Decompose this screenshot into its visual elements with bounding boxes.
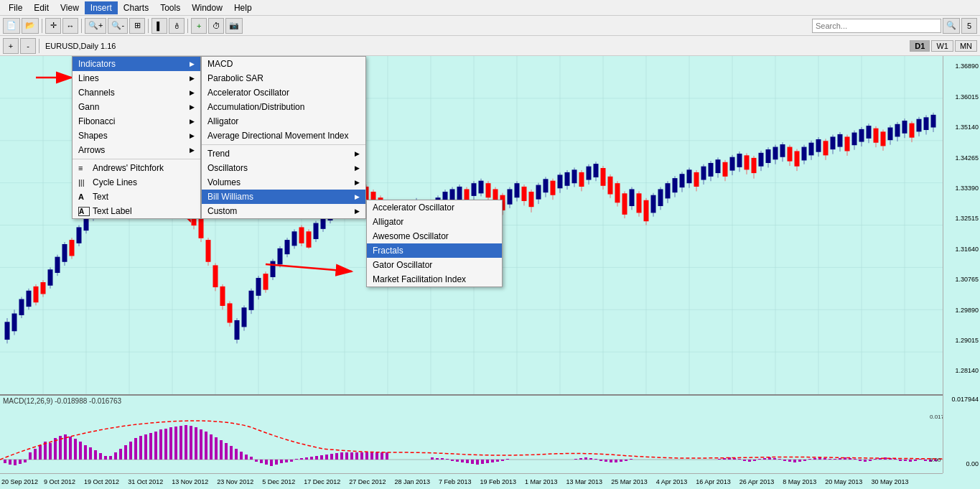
gann-menu-item[interactable]: Gann ▶	[73, 100, 200, 114]
screenshot-button[interactable]: 📷	[225, 18, 243, 34]
svg-rect-325	[174, 427, 177, 460]
time-label: 13 Nov 2012	[167, 478, 213, 485]
svg-rect-36	[27, 291, 31, 306]
tf-w1[interactable]: W1	[931, 40, 953, 52]
text-item[interactable]: A Text	[73, 190, 200, 204]
menu-file[interactable]: File	[3, 1, 28, 14]
trend-item[interactable]: Trend ▶	[202, 146, 365, 161]
alligator-item[interactable]: Alligator	[202, 114, 365, 129]
svg-rect-400	[738, 459, 741, 460]
andrews-pitchfork-item[interactable]: ≡ Andrews' Pitchfork	[73, 161, 200, 175]
indicators-label: Indicators	[78, 59, 116, 69]
separator-ind-1	[202, 144, 365, 145]
open-button[interactable]: 📂	[22, 18, 39, 34]
price-scale-full: 1.36890 1.36015 1.35140 1.34265 1.33390 …	[943, 56, 980, 394]
svg-rect-316	[129, 442, 132, 460]
macd-item[interactable]: MACD	[202, 57, 365, 71]
alligator-label: Alligator	[207, 116, 238, 126]
svg-rect-260	[831, 137, 835, 149]
fibonacci-menu-item[interactable]: Fibonacci ▶	[73, 114, 200, 129]
bw-awesome-item[interactable]: Awesome Oscillator	[367, 229, 502, 243]
menu-insert[interactable]: Insert	[85, 1, 118, 14]
svg-rect-250	[795, 152, 799, 166]
svg-rect-106	[278, 248, 282, 264]
menu-help[interactable]: Help	[228, 1, 258, 14]
move-button[interactable]: ↔	[62, 18, 78, 34]
svg-rect-420	[839, 458, 841, 460]
menu-edit[interactable]: Edit	[28, 1, 55, 14]
svg-rect-431	[894, 459, 897, 460]
svg-rect-372	[451, 460, 454, 461]
arrows-menu-item[interactable]: Arrows ▶	[73, 143, 200, 157]
accumulation-distribution-item[interactable]: Accumulation/Distribution	[202, 100, 365, 114]
svg-rect-280	[902, 121, 907, 133]
parabolic-sar-item[interactable]: Parabolic SAR	[202, 71, 365, 85]
channels-menu-item[interactable]: Channels ▶	[73, 85, 200, 100]
bw-gator-item[interactable]: Gator Oscillator	[367, 258, 502, 272]
svg-rect-315	[124, 445, 127, 460]
indicators-menu-item[interactable]: Indicators ▶	[73, 57, 200, 71]
tf-mn[interactable]: MN	[955, 40, 977, 52]
cycle-icon: |||	[78, 178, 90, 187]
text-label: Text	[93, 192, 108, 202]
menu-window[interactable]: Window	[186, 1, 228, 14]
candle-button[interactable]: 🕯	[169, 18, 185, 34]
svg-rect-417	[823, 458, 826, 460]
svg-rect-305	[74, 439, 77, 460]
shapes-menu-item[interactable]: Shapes ▶	[73, 129, 200, 143]
oscillators-item[interactable]: Oscillators ▶	[202, 161, 365, 175]
svg-rect-236	[745, 156, 749, 169]
timer-button[interactable]: ⏱	[208, 18, 224, 34]
channels-label: Channels	[78, 88, 115, 98]
bill-williams-item[interactable]: Bill Williams ▶	[202, 190, 365, 204]
menu-view[interactable]: View	[55, 1, 85, 14]
menu-charts[interactable]: Charts	[118, 1, 154, 14]
svg-rect-312	[109, 456, 112, 460]
separator-2	[81, 19, 82, 33]
search-input[interactable]	[812, 19, 941, 33]
bw-accelerator-label: Accelerator Oscillator	[373, 202, 454, 213]
crosshair-button[interactable]: ✛	[45, 18, 61, 34]
add-indicator-button[interactable]: +	[191, 18, 207, 34]
zoom-in-button[interactable]: 🔍+	[85, 18, 106, 34]
svg-rect-370	[441, 458, 444, 460]
lines-menu-item[interactable]: Lines ▶	[73, 71, 200, 85]
bar-chart-button[interactable]: ▌	[151, 18, 167, 34]
time-label: 28 Jan 2013	[390, 478, 434, 485]
custom-item[interactable]: Custom ▶	[202, 204, 365, 218]
fit-button[interactable]: ⊞	[129, 18, 145, 34]
svg-rect-246	[780, 145, 785, 157]
chart-area: copyright@ www.forexfunction.com	[0, 56, 980, 489]
time-label: 13 Mar 2013	[562, 478, 607, 485]
sell-button[interactable]: -	[20, 38, 36, 54]
svg-rect-174	[522, 187, 526, 201]
svg-rect-50	[77, 228, 81, 243]
bw-fractals-item[interactable]: Fractals	[367, 243, 502, 258]
tf-d1[interactable]: D1	[910, 40, 930, 52]
text-label-item[interactable]: A Text Label	[73, 204, 200, 218]
new-chart-button[interactable]: 📄	[3, 18, 20, 34]
num-button[interactable]: 5	[961, 18, 977, 34]
bill-williams-label: Bill Williams	[207, 192, 253, 202]
svg-rect-311	[104, 456, 107, 460]
fibonacci-label: Fibonacci	[78, 116, 115, 126]
shapes-label: Shapes	[78, 131, 108, 141]
bw-alligator-item[interactable]: Alligator	[367, 215, 502, 229]
cycle-lines-item[interactable]: ||| Cycle Lines	[73, 175, 200, 190]
svg-rect-333	[215, 437, 218, 460]
svg-rect-216	[673, 179, 677, 192]
svg-rect-108	[285, 241, 289, 254]
search-button[interactable]: 🔍	[943, 18, 960, 34]
svg-rect-301	[54, 438, 57, 460]
buy-button[interactable]: +	[3, 38, 19, 54]
volumes-item[interactable]: Volumes ▶	[202, 175, 365, 190]
menu-tools[interactable]: Tools	[154, 1, 186, 14]
svg-rect-410	[788, 460, 791, 462]
svg-rect-424	[859, 460, 862, 461]
bw-accelerator-item[interactable]: Accelerator Oscillator	[367, 200, 502, 215]
lines-label: Lines	[78, 73, 99, 83]
accelerator-oscillator-item[interactable]: Accelerator Oscillator	[202, 85, 365, 100]
zoom-out-button[interactable]: 🔍-	[108, 18, 128, 34]
admi-item[interactable]: Average Directional Movement Index	[202, 129, 365, 143]
bw-mfi-item[interactable]: Market Facilitation Index	[367, 272, 502, 287]
